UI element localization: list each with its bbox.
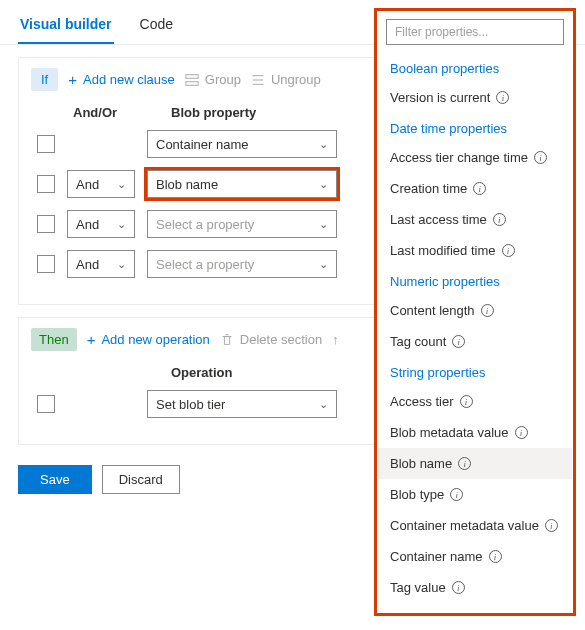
add-operation-button[interactable]: + Add new operation	[87, 331, 210, 348]
if-badge: If	[31, 68, 58, 91]
property-option-label: Creation time	[390, 181, 467, 196]
info-icon[interactable]: i	[534, 151, 547, 164]
chevron-down-icon: ⌄	[319, 258, 328, 271]
property-option[interactable]: Container namei	[378, 541, 572, 572]
col-header-operation: Operation	[171, 365, 361, 380]
info-icon[interactable]: i	[458, 457, 471, 470]
property-option-label: Container name	[390, 549, 483, 564]
info-icon[interactable]: i	[452, 581, 465, 594]
delete-section-button[interactable]: Delete section	[220, 332, 322, 347]
info-icon[interactable]: i	[515, 426, 528, 439]
plus-icon: +	[87, 331, 96, 348]
tab-code[interactable]: Code	[138, 10, 175, 44]
property-option[interactable]: Access tier change timei	[378, 142, 572, 173]
chevron-down-icon: ⌄	[319, 178, 328, 191]
property-option-label: Blob type	[390, 487, 444, 502]
add-clause-label: Add new clause	[83, 72, 175, 87]
property-option[interactable]: Creation timei	[378, 173, 572, 204]
discard-button[interactable]: Discard	[102, 465, 180, 494]
property-option-label: Last access time	[390, 212, 487, 227]
property-option[interactable]: Version is currenti	[378, 82, 572, 113]
property-select[interactable]: Select a property ⌄	[147, 250, 337, 278]
property-option-label: Tag count	[390, 334, 446, 349]
property-value: Blob name	[156, 177, 218, 192]
ungroup-button[interactable]: Ungroup	[251, 72, 321, 87]
property-select-active[interactable]: Blob name ⌄	[147, 170, 337, 198]
property-option-label: Tag value	[390, 580, 446, 595]
row-checkbox[interactable]	[37, 135, 55, 153]
chevron-down-icon: ⌄	[319, 218, 328, 231]
property-option-label: Access tier	[390, 394, 454, 409]
info-icon[interactable]: i	[450, 488, 463, 501]
group-button[interactable]: Group	[185, 72, 241, 87]
property-option[interactable]: Tag counti	[378, 326, 572, 357]
filter-properties-input[interactable]	[386, 19, 564, 45]
property-option[interactable]: Blob typei	[378, 479, 572, 510]
info-icon[interactable]: i	[460, 395, 473, 408]
tab-visual-builder[interactable]: Visual builder	[18, 10, 114, 44]
property-option[interactable]: Access tieri	[378, 386, 572, 417]
col-header-andor: And/Or	[73, 105, 155, 120]
andor-select[interactable]: And ⌄	[67, 210, 135, 238]
group-label: Group	[205, 72, 241, 87]
add-clause-button[interactable]: + Add new clause	[68, 71, 175, 88]
property-option[interactable]: Tag valuei	[378, 572, 572, 603]
property-option-label: Content length	[390, 303, 475, 318]
property-option-label: Blob metadata value	[390, 425, 509, 440]
info-icon[interactable]: i	[496, 91, 509, 104]
chevron-down-icon: ⌄	[117, 178, 126, 191]
row-checkbox[interactable]	[37, 255, 55, 273]
property-select[interactable]: Select a property ⌄	[147, 210, 337, 238]
then-badge: Then	[31, 328, 77, 351]
property-option-label: Container metadata value	[390, 518, 539, 533]
info-icon[interactable]: i	[489, 550, 502, 563]
add-operation-label: Add new operation	[101, 332, 209, 347]
info-icon[interactable]: i	[452, 335, 465, 348]
info-icon[interactable]: i	[502, 244, 515, 257]
property-option[interactable]: Blob metadata valuei	[378, 417, 572, 448]
chevron-down-icon: ⌄	[117, 258, 126, 271]
property-select[interactable]: Container name ⌄	[147, 130, 337, 158]
chevron-down-icon: ⌄	[319, 138, 328, 151]
property-placeholder: Select a property	[156, 217, 254, 232]
property-option[interactable]: Container metadata valuei	[378, 510, 572, 541]
andor-value: And	[76, 177, 99, 192]
row-checkbox[interactable]	[37, 215, 55, 233]
svg-rect-1	[186, 81, 198, 85]
property-value: Container name	[156, 137, 249, 152]
andor-value: And	[76, 257, 99, 272]
ungroup-label: Ungroup	[271, 72, 321, 87]
property-option[interactable]: Last access timei	[378, 204, 572, 235]
property-option[interactable]: Blob namei	[378, 448, 572, 479]
trash-icon	[220, 333, 234, 347]
property-category: Boolean properties	[378, 53, 572, 82]
property-placeholder: Select a property	[156, 257, 254, 272]
svg-rect-0	[186, 74, 198, 78]
row-checkbox[interactable]	[37, 175, 55, 193]
andor-select[interactable]: And ⌄	[67, 250, 135, 278]
property-option-label: Blob name	[390, 456, 452, 471]
col-header-property: Blob property	[171, 105, 361, 120]
property-option[interactable]: Last modified timei	[378, 235, 572, 266]
property-dropdown-panel: Boolean propertiesVersion is currentiDat…	[374, 8, 576, 616]
property-option[interactable]: Content lengthi	[378, 295, 572, 326]
andor-value: And	[76, 217, 99, 232]
operation-select[interactable]: Set blob tier ⌄	[147, 390, 337, 418]
info-icon[interactable]: i	[481, 304, 494, 317]
row-checkbox[interactable]	[37, 395, 55, 413]
andor-select[interactable]: And ⌄	[67, 170, 135, 198]
ungroup-icon	[251, 73, 265, 87]
property-option-label: Version is current	[390, 90, 490, 105]
property-category: Numeric properties	[378, 266, 572, 295]
chevron-down-icon: ⌄	[319, 398, 328, 411]
info-icon[interactable]: i	[473, 182, 486, 195]
property-category: String properties	[378, 357, 572, 386]
group-icon	[185, 73, 199, 87]
move-up-icon[interactable]: ↑	[332, 332, 339, 347]
info-icon[interactable]: i	[545, 519, 558, 532]
property-category: Date time properties	[378, 113, 572, 142]
chevron-down-icon: ⌄	[117, 218, 126, 231]
save-button[interactable]: Save	[18, 465, 92, 494]
property-option-label: Access tier change time	[390, 150, 528, 165]
info-icon[interactable]: i	[493, 213, 506, 226]
